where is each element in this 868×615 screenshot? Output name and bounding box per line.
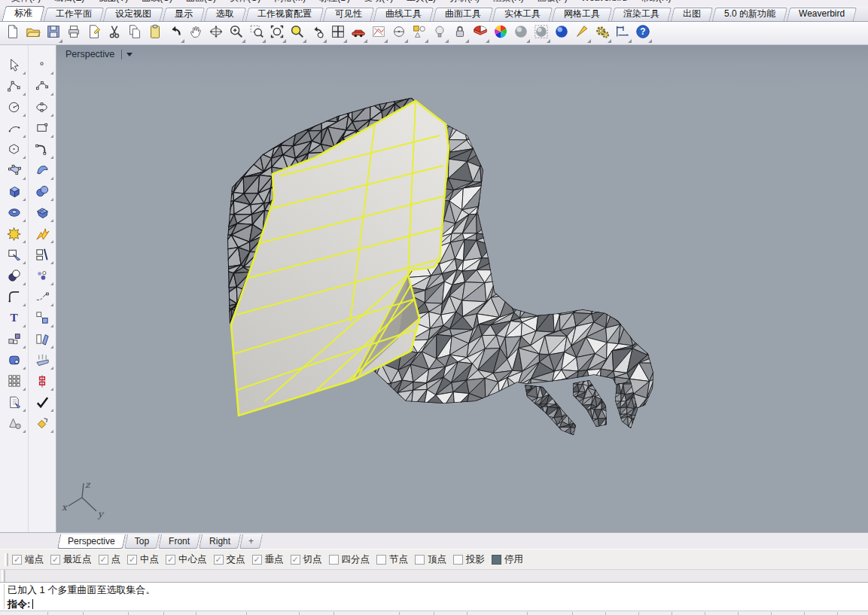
menu-item[interactable]: Weaverbird xyxy=(574,0,634,5)
plan-drawing-button[interactable] xyxy=(368,23,388,44)
osnap-最近点[interactable]: ✓最近点 xyxy=(50,553,92,566)
viewport-title-menu[interactable]: Perspective xyxy=(65,49,132,59)
menu-item[interactable]: 视图(V) xyxy=(91,0,135,5)
toolbar-tab-选取[interactable]: 选取 xyxy=(206,8,245,21)
point-set-tool[interactable] xyxy=(28,266,56,288)
undo-button[interactable] xyxy=(165,23,185,44)
menu-item[interactable]: 标注(D) xyxy=(312,0,357,5)
select-tool[interactable] xyxy=(0,56,28,77)
toolbar-tab-网格工具[interactable]: 网格工具 xyxy=(553,8,611,21)
menu-item[interactable]: 面板(P) xyxy=(531,0,574,5)
osnap-中点[interactable]: ✓中点 xyxy=(127,553,159,566)
fillet-curve-tool[interactable] xyxy=(0,288,28,309)
osnap-节点[interactable]: 节点 xyxy=(376,553,408,566)
menu-item[interactable]: 变动(T) xyxy=(357,0,400,5)
layers-pages-tool[interactable] xyxy=(0,393,28,414)
toolbar-tab-5.0 的新功能[interactable]: 5.0 的新功能 xyxy=(714,8,786,21)
viewport-tab-perspective[interactable]: Perspective xyxy=(59,534,124,549)
rounded-box-tool[interactable] xyxy=(0,351,28,372)
section-tool[interactable] xyxy=(28,372,56,393)
menu-item[interactable]: 曲线(C) xyxy=(135,0,179,5)
set-cplane-button[interactable] xyxy=(388,23,409,44)
single-point-tool[interactable] xyxy=(28,56,56,77)
shaded-viewport-button[interactable] xyxy=(470,23,490,44)
plugin-puzzle-tool[interactable] xyxy=(0,224,28,245)
add-viewport-tab[interactable]: + xyxy=(241,534,261,549)
interpolate-curve-tool[interactable] xyxy=(28,77,56,98)
viewport-tab-right[interactable]: Right xyxy=(200,534,239,549)
osnap-停用[interactable]: 停用 xyxy=(492,553,523,566)
toolbar-tab-曲线工具[interactable]: 曲线工具 xyxy=(375,8,432,21)
checkbox-icon[interactable]: ✓ xyxy=(99,555,108,565)
help-button[interactable]: ? xyxy=(632,23,653,44)
toolbar-tab-Weaverbird[interactable]: Weaverbird xyxy=(788,8,855,21)
new-file-button[interactable] xyxy=(2,23,23,44)
extend-curve-tool[interactable] xyxy=(28,288,56,309)
checkbox-icon[interactable]: ✓ xyxy=(12,555,22,565)
checkbox-icon[interactable]: ✓ xyxy=(252,555,262,565)
checkbox-icon[interactable] xyxy=(453,555,463,565)
viewport-layout-button[interactable] xyxy=(327,23,348,44)
dimension-tools-button[interactable] xyxy=(612,23,632,44)
checkbox-icon[interactable] xyxy=(376,555,386,565)
cut-button[interactable] xyxy=(104,23,124,44)
gumball-diamond-tool[interactable] xyxy=(28,414,56,435)
control-point-curve-tool[interactable] xyxy=(0,77,28,98)
viewport-canvas[interactable]: Perspective zxy xyxy=(56,45,868,532)
curve-blend-tool[interactable] xyxy=(28,140,56,161)
text-tool[interactable]: T xyxy=(0,309,28,330)
osnap-顶点[interactable]: 顶点 xyxy=(415,553,446,566)
osnap-中心点[interactable]: ✓中心点 xyxy=(166,553,207,566)
zoom-in-button[interactable] xyxy=(226,23,246,44)
checkbox-icon[interactable]: ✓ xyxy=(214,555,224,565)
dock-grip[interactable] xyxy=(2,570,5,583)
trim-tool[interactable] xyxy=(0,245,28,266)
object-properties-button[interactable] xyxy=(409,23,429,44)
menu-item[interactable]: 帮助(H) xyxy=(634,0,678,5)
box-tool[interactable] xyxy=(0,182,28,203)
render-sphere-button[interactable] xyxy=(510,23,531,44)
menu-item[interactable]: 分析(A) xyxy=(443,0,486,5)
move-objects-tool[interactable] xyxy=(0,330,28,351)
undo-view-button[interactable] xyxy=(307,23,327,44)
surface-control-points-tool[interactable] xyxy=(0,161,28,182)
toolbar-tab-工作视窗配置[interactable]: 工作视窗配置 xyxy=(247,8,322,21)
split-tool[interactable] xyxy=(28,245,56,266)
copy-button[interactable] xyxy=(124,23,145,44)
osnap-交点[interactable]: ✓交点 xyxy=(214,553,245,566)
toolbar-tab-实体工具[interactable]: 实体工具 xyxy=(494,8,551,21)
print-button[interactable] xyxy=(63,23,84,44)
car-travel-button[interactable] xyxy=(348,23,368,44)
torus-tool[interactable] xyxy=(0,203,28,224)
menu-item[interactable]: 文件(F) xyxy=(5,0,47,5)
osnap-投影[interactable]: 投影 xyxy=(453,553,485,566)
rotate-view-button[interactable] xyxy=(206,23,226,44)
menu-item[interactable]: 工具(L) xyxy=(400,0,443,5)
toolbar-tab-出图[interactable]: 出图 xyxy=(672,8,711,21)
menu-item[interactable]: 编辑(E) xyxy=(47,0,91,5)
arc-tool[interactable] xyxy=(0,119,28,140)
checkbox-icon[interactable]: ✓ xyxy=(127,555,137,565)
checkbox-icon[interactable] xyxy=(329,555,339,565)
rectangular-array-tool[interactable] xyxy=(0,372,28,393)
menu-item[interactable]: 渲染(R) xyxy=(486,0,531,5)
toolbar-tab-曲面工具[interactable]: 曲面工具 xyxy=(434,8,492,21)
save-file-button[interactable] xyxy=(43,23,63,44)
toolbar-tab-设定视图[interactable]: 设定视图 xyxy=(105,8,162,21)
boolean-union-tool[interactable] xyxy=(0,266,28,288)
zoom-extents-button[interactable] xyxy=(266,23,287,44)
zoom-selected-button[interactable] xyxy=(287,23,307,44)
osnap-点[interactable]: ✓点 xyxy=(99,553,121,566)
paste-button[interactable] xyxy=(145,23,165,44)
toolbar-tab-渲染工具[interactable]: 渲染工具 xyxy=(613,8,670,21)
patch-surface-tool[interactable] xyxy=(28,161,56,182)
pan-view-button[interactable] xyxy=(185,23,206,44)
disable-osnap-checkbox[interactable] xyxy=(492,555,501,565)
checkbox-icon[interactable]: ✓ xyxy=(291,555,300,565)
raytrace-blue-button[interactable] xyxy=(551,23,571,44)
osnap-垂点[interactable]: ✓垂点 xyxy=(252,553,284,566)
viewport-tab-front[interactable]: Front xyxy=(160,534,199,549)
explode-tool[interactable] xyxy=(28,224,56,245)
menu-item[interactable]: 曲面(S) xyxy=(179,0,223,5)
export-file-button[interactable] xyxy=(84,23,104,44)
